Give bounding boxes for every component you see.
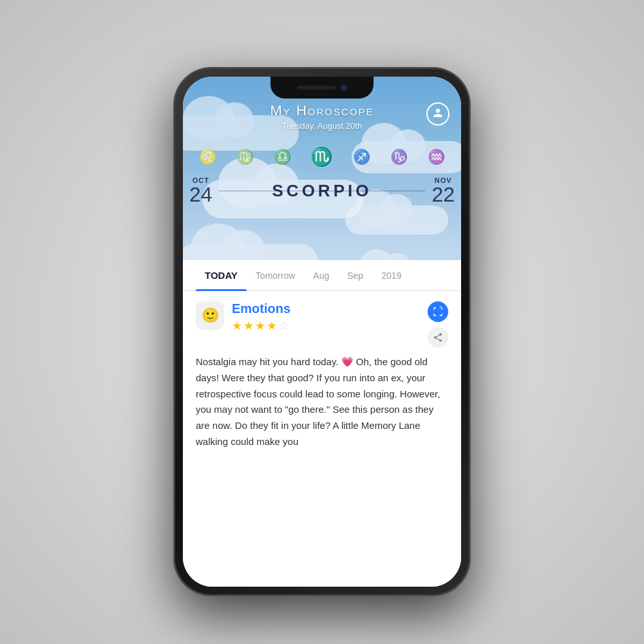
- start-date: Oct 24: [183, 176, 219, 205]
- zodiac-aquarius[interactable]: ♒: [428, 149, 445, 166]
- zodiac-leo[interactable]: ♌: [199, 149, 216, 166]
- tab-sep[interactable]: Sep: [338, 260, 372, 291]
- star-4: ★: [267, 319, 277, 333]
- profile-button[interactable]: [426, 102, 450, 126]
- zodiac-virgo[interactable]: ♍: [236, 149, 254, 166]
- app-header: My Horoscope Tuesday, August 20th: [183, 102, 461, 131]
- expand-icon: [433, 307, 443, 317]
- expand-button[interactable]: [428, 301, 448, 322]
- profile-icon: [431, 108, 444, 120]
- star-rating: ★ ★ ★ ★ ☆: [232, 319, 422, 333]
- star-5: ☆: [278, 319, 289, 333]
- zodiac-libra[interactable]: ♎: [274, 149, 291, 166]
- emotions-title: Emotions: [232, 301, 422, 316]
- header-date: Tuesday, August 20th: [183, 121, 461, 131]
- tab-bar: TODAY Tomorrow Aug Sep 2019: [183, 260, 461, 291]
- share-button[interactable]: [428, 327, 448, 348]
- tab-tomorrow[interactable]: Tomorrow: [247, 260, 304, 291]
- emotions-header: 🙂 Emotions ★ ★ ★ ★ ☆: [196, 301, 448, 348]
- tab-aug[interactable]: Aug: [304, 260, 338, 291]
- front-camera: [341, 84, 347, 91]
- phone-device: My Horoscope Tuesday, August 20th ♌ ♍ ♎ …: [174, 68, 470, 596]
- zodiac-row: ♌ ♍ ♎ ♏ ♐ ♑ ♒: [183, 146, 461, 167]
- action-buttons: [428, 301, 448, 348]
- scorpio-label: SCORPIO: [219, 181, 426, 201]
- phone-notch: [270, 77, 374, 99]
- tab-2019[interactable]: 2019: [372, 260, 410, 291]
- emotions-info: Emotions ★ ★ ★ ★ ☆: [232, 301, 422, 333]
- speaker: [297, 86, 336, 90]
- horoscope-text: Nostalgia may hit you hard today. 💗 Oh, …: [196, 354, 448, 450]
- scorpio-section: Oct 24 SCORPIO Nov 22: [183, 176, 461, 205]
- zodiac-scorpio[interactable]: ♏: [310, 146, 333, 167]
- end-day: 22: [431, 184, 455, 205]
- share-icon: [433, 332, 443, 343]
- scorpio-center: SCORPIO: [219, 181, 426, 201]
- phone-screen: My Horoscope Tuesday, August 20th ♌ ♍ ♎ …: [183, 77, 461, 587]
- app-title: My Horoscope: [183, 102, 461, 119]
- star-1: ★: [232, 319, 242, 333]
- emotions-emoji: 🙂: [196, 301, 224, 330]
- content-section: TODAY Tomorrow Aug Sep 2019 🙂: [183, 260, 461, 587]
- start-day: 24: [189, 184, 213, 205]
- card-content: 🙂 Emotions ★ ★ ★ ★ ☆: [183, 291, 461, 450]
- zodiac-capricorn[interactable]: ♑: [390, 149, 408, 166]
- end-date: Nov 22: [425, 176, 461, 205]
- tab-today[interactable]: TODAY: [196, 260, 247, 291]
- star-2: ★: [243, 319, 254, 333]
- zodiac-sagittarius[interactable]: ♐: [353, 149, 370, 166]
- star-3: ★: [255, 319, 265, 333]
